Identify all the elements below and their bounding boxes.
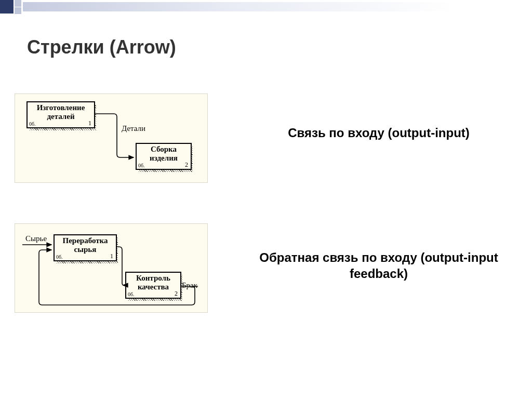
box-bl: 0б. (128, 291, 135, 297)
box-label: Изготовление деталей (28, 102, 94, 128)
box-br: 1 (110, 253, 113, 260)
box-bl: 0б. (138, 163, 145, 168)
diagram-output-input-feedback: Переработка сырья 0б. 1 Контроль качеств… (15, 223, 208, 313)
box-processing: Переработка сырья 0б. 1 (54, 234, 117, 261)
box-label: Переработка сырья (55, 235, 116, 261)
box-br: 1 (88, 120, 91, 127)
caption-feedback: Обратная связь по входу (output-input fe… (251, 249, 506, 282)
arrow-label-raw: Сырье (25, 234, 47, 243)
box-bl: 0б. (56, 254, 63, 260)
caption-output-input: Связь по входу (output-input) (251, 125, 506, 141)
arrow-label-defect: Брак (182, 281, 197, 290)
box-quality: Контроль качества 0б. 2 (125, 272, 181, 299)
box-br: 2 (175, 290, 178, 297)
box-label: Контроль качества (126, 273, 180, 298)
box-manufacturing: Изготовление деталей 0б. 1 (26, 101, 95, 128)
box-br: 2 (185, 162, 188, 168)
box-assembly: Сборка изделия 0б. 2 (136, 143, 192, 170)
box-bl: 0б. (29, 121, 36, 127)
box-label: Сборка изделия (137, 144, 191, 169)
arrow-label-details: Детали (122, 124, 145, 133)
diagram-output-input: Изготовление деталей 0б. 1 Сборка издели… (15, 94, 208, 183)
page-title: Стрелки (Arrow) (27, 36, 176, 58)
